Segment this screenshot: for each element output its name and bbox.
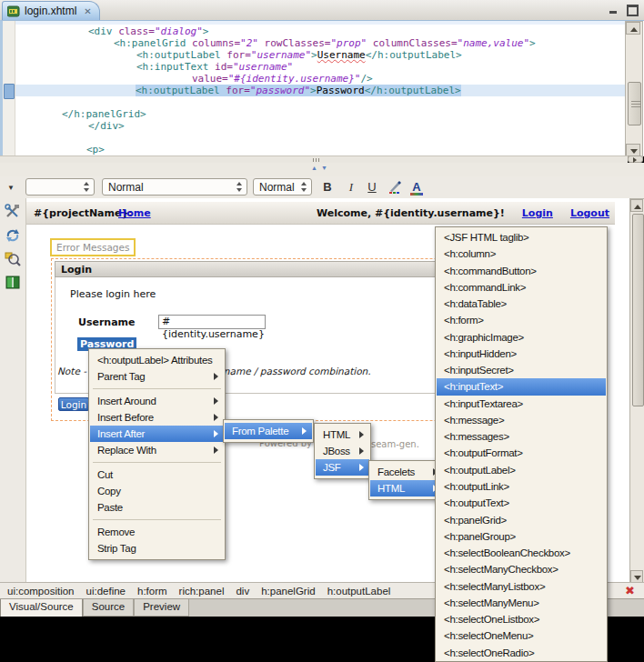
context-menu-item[interactable]: Copy	[90, 483, 224, 499]
breadcrumb-item[interactable]: ui:composition	[7, 583, 75, 599]
logout-link[interactable]: Logout	[570, 207, 609, 219]
zoom-lock-icon[interactable]	[5, 251, 21, 267]
refresh-icon[interactable]	[5, 227, 21, 244]
context-menu-item[interactable]	[93, 388, 221, 389]
scroll-right-button[interactable]	[628, 155, 643, 163]
source-editor[interactable]: <div class="dialog"><h:panelGrid columns…	[0, 20, 644, 156]
context-menu-item[interactable]: Insert After	[90, 426, 224, 442]
tag-list-item[interactable]: <h:panelGroup>	[437, 528, 606, 545]
scrollbar-thumb[interactable]	[628, 82, 641, 125]
maximize-button[interactable]	[627, 4, 639, 14]
breadcrumb-item[interactable]: h:panelGrid	[261, 583, 315, 599]
editor-mode-tab[interactable]: Visual/Source	[0, 599, 83, 617]
tag-list-item[interactable]: <h:inputSecret>	[437, 362, 606, 378]
login-link[interactable]: Login	[522, 207, 553, 219]
toolbar-menu-arrow-icon[interactable]: ▼	[7, 184, 15, 192]
context-menu-item[interactable]: Insert Before	[90, 409, 224, 426]
source-code-line[interactable]: <h:outputLabel for="username">Username</…	[15, 49, 628, 61]
editor-mode-tab[interactable]: Preview	[134, 599, 189, 617]
italic-button[interactable]: I	[342, 179, 360, 196]
source-code-line[interactable]: </div>	[15, 120, 628, 132]
underline-button[interactable]: U	[363, 179, 381, 196]
submenu-item[interactable]: JSF	[316, 459, 369, 476]
username-input[interactable]: #{identity.username}	[158, 315, 266, 329]
editor-mode-tab[interactable]: Source	[83, 599, 134, 617]
context-menu-item[interactable]: Insert Around	[90, 393, 224, 409]
submenu-item[interactable]: HTML	[316, 426, 369, 443]
tag-list-item[interactable]: <h:inputText>	[437, 378, 606, 395]
annotation-ruler[interactable]	[3, 21, 15, 156]
source-visual-splitter[interactable]: ▲▼	[0, 163, 644, 177]
scroll-up-button[interactable]	[626, 22, 640, 35]
tag-list-item[interactable]: <h:outputFormat>	[437, 445, 606, 461]
source-code-line[interactable]: value="#{identity.username}"/>	[15, 73, 628, 85]
submenu-item[interactable]: Facelets	[370, 464, 443, 480]
context-menu-item[interactable]: Replace With	[90, 442, 224, 458]
source-vertical-scrollbar[interactable]	[625, 21, 643, 157]
tag-list-item[interactable]: <h:selectManyMenu>	[437, 595, 606, 611]
tag-list-item[interactable]: <h:panelGrid>	[437, 512, 606, 528]
collapse-up-icon[interactable]: ▲	[311, 165, 321, 171]
source-code-line[interactable]: <h:outputLabel for="password">Password</…	[15, 85, 628, 96]
context-menu-item[interactable]	[93, 519, 221, 520]
source-code-line[interactable]: <p>	[15, 144, 628, 155]
style-class-combo[interactable]	[25, 178, 95, 196]
preferences-tools-icon[interactable]	[5, 204, 21, 220]
tag-list-item[interactable]: <h:commandLink>	[437, 279, 606, 296]
red-x-icon[interactable]: ✖	[625, 584, 635, 597]
username-label[interactable]: Username	[78, 316, 136, 328]
submenu-item[interactable]: HTML	[370, 480, 443, 496]
collapse-down-icon[interactable]: ▼	[321, 165, 331, 171]
tag-list-item[interactable]: <h:message>	[437, 412, 606, 428]
paragraph-format-combo[interactable]: Normal	[102, 178, 247, 196]
source-code-line[interactable]	[15, 96, 628, 108]
source-code-line[interactable]: </h:panelGrid>	[15, 108, 628, 120]
breadcrumb-item[interactable]: ui:define	[86, 583, 126, 599]
editor-tab-login-xhtml[interactable]: login.xhtml ✕	[2, 1, 100, 20]
breadcrumb-item[interactable]: h:form	[137, 583, 167, 599]
tag-list-item[interactable]: <h:graphicImage>	[437, 329, 606, 346]
source-code-line[interactable]: <h:inputText id="username"	[15, 61, 628, 73]
context-menu-item[interactable]: Paste	[90, 499, 224, 516]
minimize-button[interactable]	[609, 4, 621, 14]
source-code-line[interactable]: <div class="dialog">	[15, 25, 628, 37]
scroll-up-button[interactable]	[630, 199, 643, 212]
tag-list-item[interactable]: <h:selectBooleanCheckbox>	[437, 545, 606, 561]
context-menu-item[interactable]: Parent Tag	[90, 368, 224, 385]
tag-list-item[interactable]: <h:selectOneRadio>	[437, 645, 606, 661]
font-color-button[interactable]: A	[408, 179, 426, 196]
highlight-brush-icon[interactable]	[386, 179, 404, 196]
tag-list-item[interactable]: <h:form>	[437, 312, 606, 328]
scrollbar-thumb[interactable]	[632, 214, 644, 406]
tag-list-item[interactable]: <h:selectManyCheckbox>	[437, 561, 606, 577]
font-size-combo[interactable]: Normal	[253, 178, 312, 196]
submenu-item[interactable]: From Palette	[225, 423, 312, 439]
context-menu-item[interactable]	[93, 462, 221, 463]
context-menu-item[interactable]: Cut	[90, 466, 224, 483]
breadcrumb-item[interactable]: div	[236, 583, 249, 599]
tag-list-item[interactable]: <h:selectOneMenu>	[437, 627, 606, 644]
tag-list-item[interactable]: <h:column>	[437, 246, 606, 262]
visual-vertical-scrollbar[interactable]	[629, 198, 644, 584]
tag-list-item[interactable]: <h:outputLabel>	[437, 462, 606, 478]
context-menu-item[interactable]: <h:outputLabel> Attributes	[90, 352, 224, 368]
show-borders-table-icon[interactable]	[5, 275, 21, 291]
tag-list-item[interactable]: <h:commandButton>	[437, 263, 606, 279]
source-code-line[interactable]	[15, 132, 628, 144]
breadcrumb-item[interactable]: h:outputLabel	[327, 583, 391, 599]
tag-list-item[interactable]: <h:outputLink>	[437, 478, 606, 495]
tag-list-item[interactable]: <h:outputText>	[437, 495, 606, 511]
error-messages-placeholder[interactable]: Error Messages	[50, 238, 136, 256]
tag-list-item[interactable]: <h:inputTextarea>	[437, 396, 606, 412]
tab-close-icon[interactable]: ✕	[84, 6, 91, 16]
tag-list-item[interactable]: <h:inputHidden>	[437, 346, 606, 362]
submenu-item[interactable]: JBoss	[316, 443, 369, 459]
tag-list-item[interactable]: <h:messages>	[437, 428, 606, 445]
context-menu-item[interactable]: Remove	[90, 524, 224, 540]
bold-button[interactable]: B	[318, 179, 337, 196]
login-submit-button[interactable]: Login	[58, 397, 89, 411]
tag-list-item[interactable]: <JSF HTML taglib>	[437, 229, 606, 246]
tag-list-item[interactable]: <h:selectManyListbox>	[437, 578, 606, 595]
home-link[interactable]: Home	[118, 207, 151, 219]
source-code-line[interactable]: <h:panelGrid columns="2" rowClasses="pro…	[15, 37, 628, 49]
